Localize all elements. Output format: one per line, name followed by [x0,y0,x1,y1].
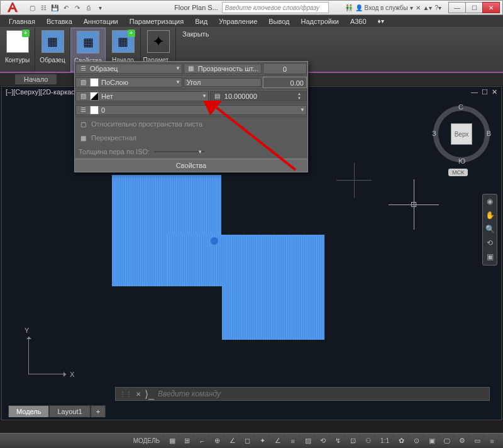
panel-title[interactable]: Свойства [75,159,307,172]
hatch-layer-dropdown[interactable]: ☰ 0▼ [75,105,307,115]
tab-output[interactable]: Вывод [263,16,294,26]
close-button[interactable]: ✕ [482,2,500,13]
status-monitor-icon[interactable]: 🖵 [440,435,454,447]
hatch-object[interactable] [167,235,324,286]
hatch-object[interactable] [222,286,324,340]
ribbon-tabs: Главная Вставка Аннотации Параметризация… [0,15,503,28]
print-icon[interactable]: ⎙ [84,3,94,13]
scale-down-icon[interactable]: ▼ [297,96,305,101]
tab-annotate[interactable]: Аннотации [79,16,123,26]
hatch-angle-value[interactable]: 0.00 [263,77,307,88]
tab-layout1[interactable]: Layout1 [49,405,90,417]
ribbon-pane-boundaries[interactable]: Контуры [0,28,35,72]
status-osnap-icon[interactable]: ◻ [241,435,255,447]
tab-home[interactable]: Главная [4,16,40,26]
hatch-object[interactable] [112,175,221,235]
nav-zoom-icon[interactable]: 🔍 [485,225,495,235]
hatch-color-dropdown[interactable]: ▧ ПоСлою▼ [75,77,182,87]
save-icon[interactable]: 💾 [50,3,60,13]
tab-insert[interactable]: Вставка [41,16,77,26]
double-hatch-toggle: ▦ Перекрестная [75,131,307,145]
app-logo[interactable] [3,1,22,14]
hatch-bgcolor-dropdown[interactable]: ▨ Нет▼ [75,91,209,101]
scale-up-icon[interactable]: ▲ [297,92,305,96]
nav-pan-icon[interactable]: ✋ [485,211,495,221]
status-anno-scale[interactable]: 1:1 [377,435,394,447]
hatch-transparency-field[interactable]: ▦ Прозрачность шт... [184,64,262,74]
command-line[interactable]: ⋮⋮ ✕ ⟩_ [115,387,490,401]
layout-tabs: Модель Layout1 + [8,405,106,417]
viewport-label[interactable]: [–][Сверху][2D-каркас [6,88,75,96]
minimize-button[interactable]: — [448,2,466,13]
tab-model[interactable]: Модель [8,405,49,417]
tab-manage[interactable]: Управление [214,16,262,26]
hatch-grip[interactable] [211,237,218,245]
tab-addins[interactable]: Надстройки [296,16,344,26]
scale-icon: ▤ [213,92,222,101]
nav-wheel-icon[interactable]: ◉ [485,197,495,207]
status-people-icon[interactable]: ⚇ [362,435,375,447]
viewport-min-icon[interactable]: — [471,88,478,96]
cmd-close-icon[interactable]: ✕ [136,391,141,398]
hatch-object[interactable] [112,235,169,286]
nav-showmotion-icon[interactable]: ▣ [485,252,495,262]
tab-add[interactable]: + [91,405,106,417]
signin-button[interactable]: 👤 Вход в службы ▾ [355,4,413,11]
command-input[interactable] [158,389,485,398]
status-otrack-icon[interactable]: ∠ [271,435,285,447]
new-icon[interactable]: ▢ [27,3,37,13]
status-grid-icon[interactable]: ▦ [165,435,179,447]
redo-icon[interactable]: ↷ [72,3,82,13]
help-icon[interactable]: ?▾ [434,4,441,11]
exchange-icon[interactable]: ✕ [416,4,421,11]
properties-icon: ▦ [77,31,99,53]
status-custom-icon[interactable]: ≡ [485,435,499,447]
pattern-type-icon: ☰ [79,64,87,73]
app-menu-icon[interactable]: ▲▾ [423,4,433,11]
status-polar-icon[interactable]: ⊕ [211,435,224,447]
status-clean-icon[interactable]: ▭ [470,435,484,447]
infocenter-icon[interactable]: 👬 [345,4,353,11]
status-lwt-icon[interactable]: ≡ [286,435,300,447]
viewport-max-icon[interactable]: ☐ [482,88,488,96]
status-dynucs-icon[interactable]: ↯ [331,435,345,447]
maximize-button[interactable]: ☐ [465,2,483,13]
cmd-prompt-icon: ⟩_ [145,388,154,400]
transparency-icon: ▦ [187,64,196,73]
status-bar: МОДЕЛЬ ▦ ⊞ ⌐ ⊕ ∠ ◻ ✦ ∠ ≡ ▨ ⟲ ↯ ⊡ ⚇ 1:1 ✿… [0,433,503,448]
tab-a360[interactable]: A360 [345,16,372,26]
options-icon: ✦ [147,30,170,53]
tab-extra-icon[interactable]: ♦▾ [373,16,389,26]
status-ws-icon[interactable]: ▣ [425,435,439,447]
status-props-icon[interactable]: ⊡ [346,435,360,447]
hatch-pattern-dropdown[interactable]: ☰ Образец▼ [75,64,182,74]
status-iso-icon[interactable]: ∠ [226,435,240,447]
status-3dosnap-icon[interactable]: ✦ [256,435,270,447]
open-icon[interactable]: ☷ [38,3,48,13]
start-tab[interactable]: Начало [15,74,57,84]
status-cycling-icon[interactable]: ⟲ [316,435,330,447]
search-input[interactable]: Введите ключевое слово/фразу [222,2,329,13]
qat-dropdown-icon[interactable]: ▾ [95,3,105,13]
quick-access-toolbar: ▢ ☷ 💾 ↶ ↷ ⎙ ▾ [25,3,108,13]
status-model-button[interactable]: МОДЕЛЬ [130,435,164,447]
status-gear-icon[interactable]: ✿ [395,435,409,447]
hatch-scale-field[interactable]: ▤ 10.000000 ▲▼ [210,91,307,101]
wcs-button[interactable]: МСК [448,169,468,176]
viewport-close-icon[interactable]: ✕ [492,88,497,96]
ribbon-pane-pattern[interactable]: ▦ Образец [35,28,70,72]
status-snap-icon[interactable]: ⊞ [180,435,194,447]
viewcube-top[interactable]: Верх [451,123,472,145]
nav-orbit-icon[interactable]: ⟲ [485,238,495,249]
viewcube[interactable]: Верх С Ю В З МСК [433,106,490,162]
status-ortho-icon[interactable]: ⌐ [196,435,209,447]
tab-view[interactable]: Вид [190,16,213,26]
hatch-transparency-value[interactable]: 0 [263,63,307,74]
status-transparency-icon[interactable]: ▨ [301,435,315,447]
status-hw-icon[interactable]: ⚙ [455,435,469,447]
layer-icon: ☰ [79,106,87,115]
status-annovis-icon[interactable]: ⊙ [410,435,424,447]
cmd-grip-icon[interactable]: ⋮⋮ [119,391,132,398]
undo-icon[interactable]: ↶ [61,3,71,13]
tab-parametric[interactable]: Параметризация [124,16,189,26]
